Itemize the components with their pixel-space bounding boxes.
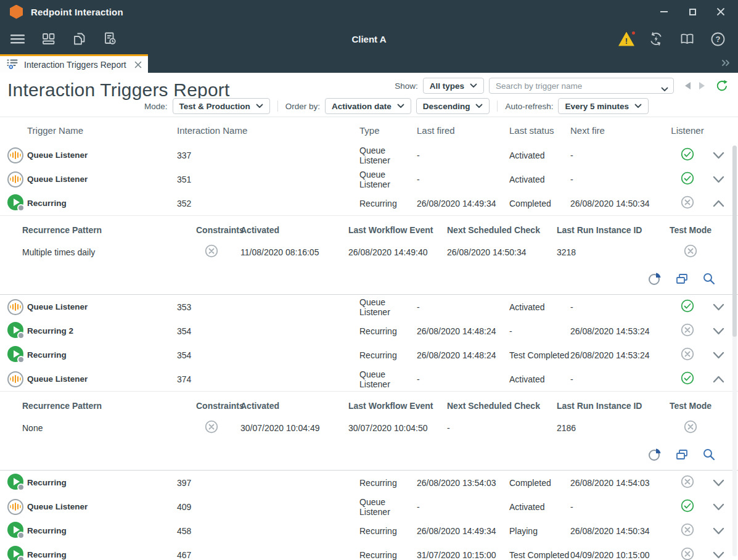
detail-column-last-run-instance-id: Last Run Instance ID: [557, 401, 663, 411]
detail-value-row: None 30/07/2020 10:04:49 30/07/2020 10:0…: [22, 420, 738, 435]
chevron-down-icon: [471, 84, 477, 88]
close-button[interactable]: [716, 7, 726, 17]
mode-dropdown[interactable]: Test & Production: [173, 98, 270, 114]
trigger-type: Queue Listener: [359, 146, 417, 165]
trigger-type-icon: [7, 202, 23, 212]
expand-chevron-icon[interactable]: [713, 327, 724, 335]
forward-arrow-icon[interactable]: [699, 82, 705, 89]
expand-chevron-icon[interactable]: [713, 503, 724, 511]
detail-column-recurrence-pattern: Recurrence Pattern: [22, 401, 196, 411]
column-header-trigger-name: Trigger Name: [27, 125, 177, 136]
scrollbar-thumb[interactable]: [732, 146, 737, 337]
trigger-detail-panel: Recurrence Pattern Constraints Activated…: [0, 391, 738, 471]
magnifier-icon[interactable]: [702, 448, 716, 461]
tab-close-icon[interactable]: [134, 61, 142, 68]
column-header-interaction-name: Interaction Name: [177, 125, 359, 136]
order-by-dropdown[interactable]: Activation date: [325, 98, 411, 114]
show-type-dropdown[interactable]: All types: [423, 78, 484, 94]
magnifier-icon[interactable]: [702, 272, 716, 286]
trigger-type-icon: [7, 500, 23, 510]
search-input[interactable]: [489, 78, 674, 94]
back-arrow-icon[interactable]: [685, 82, 691, 89]
trigger-name: Recurring: [27, 550, 177, 559]
table-row[interactable]: Recurring 2 354 Recurring 26/08/2020 14:…: [0, 319, 738, 343]
divider: [497, 101, 498, 112]
table-row[interactable]: Queue Listener 353 Queue Listener - Acti…: [0, 295, 738, 319]
auto-refresh-dropdown[interactable]: Every 5 minutes: [558, 98, 649, 114]
test-mode-status-icon: [684, 244, 697, 260]
more-tabs-icon[interactable]: [721, 59, 731, 70]
table-row[interactable]: Recurring 352 Recurring 26/08/2020 14:49…: [0, 191, 738, 215]
tab-interaction-triggers-report[interactable]: Interaction Triggers Report: [0, 54, 148, 73]
detail-column-last-run-instance-id: Last Run Instance ID: [557, 225, 663, 235]
maximize-button[interactable]: [687, 7, 697, 17]
table-row[interactable]: Queue Listener 337 Queue Listener - Acti…: [0, 143, 738, 167]
sync-status-icon[interactable]: [647, 30, 665, 48]
interaction-name: 374: [177, 374, 359, 384]
last-status: Test Completed: [509, 350, 570, 360]
documentation-book-icon[interactable]: [678, 30, 696, 48]
trigger-type-icon: [7, 530, 23, 540]
alerts-warning-icon[interactable]: !: [618, 32, 634, 46]
trigger-name: Recurring: [27, 350, 177, 360]
toolbar: Client A ! ?: [0, 23, 738, 54]
table-row[interactable]: Queue Listener 374 Queue Listener - Acti…: [0, 367, 738, 391]
vertical-scrollbar[interactable]: [732, 146, 737, 556]
table-row[interactable]: Queue Listener 351 Queue Listener - Acti…: [0, 167, 738, 191]
expand-chevron-icon[interactable]: [713, 527, 724, 535]
trigger-type: Recurring: [359, 326, 417, 336]
last-status: Activated: [509, 374, 570, 384]
table-row[interactable]: Queue Listener 409 Queue Listener - Acti…: [0, 495, 738, 519]
pie-chart-stats-icon[interactable]: [648, 448, 662, 461]
pie-chart-stats-icon[interactable]: [648, 272, 662, 286]
interaction-name: 337: [177, 150, 359, 160]
trigger-type-icon: [7, 300, 23, 310]
expand-chevron-icon[interactable]: [713, 152, 724, 159]
last-fired: -: [417, 150, 509, 160]
alert-badge: [631, 30, 636, 36]
detail-actions: [22, 260, 738, 289]
listener-status-icon: [681, 323, 694, 339]
detail-column-activated: Activated: [240, 225, 348, 235]
expand-chevron-icon[interactable]: [713, 200, 724, 207]
dashboard-icon[interactable]: [39, 30, 58, 48]
last-fired: 26/08/2020 14:49:34: [417, 526, 509, 536]
table-row[interactable]: Recurring 458 Recurring 26/08/2020 14:49…: [0, 519, 738, 543]
expand-chevron-icon[interactable]: [713, 376, 724, 383]
recurrence-pattern-value: None: [22, 423, 196, 433]
detail-column-next-scheduled-check: Next Scheduled Check: [447, 401, 557, 411]
last-status: Test Completed: [509, 550, 570, 560]
table-row[interactable]: Recurring 397 Recurring 26/08/2020 13:54…: [0, 471, 738, 495]
window-controls: [659, 7, 731, 17]
show-type-value: All types: [430, 81, 464, 91]
search-dropdown-chevron-icon[interactable]: [661, 83, 668, 94]
help-icon[interactable]: ?: [708, 30, 727, 48]
instances-windows-icon[interactable]: [675, 272, 689, 286]
workflows-icon[interactable]: [70, 30, 89, 48]
scheduled-report-icon[interactable]: [101, 30, 120, 48]
trigger-type: Queue Listener: [359, 170, 417, 189]
expand-chevron-icon[interactable]: [713, 176, 724, 183]
expand-chevron-icon[interactable]: [713, 352, 724, 359]
refresh-icon[interactable]: [716, 80, 728, 92]
app-window: Redpoint Interaction Client A: [0, 0, 738, 560]
expand-chevron-icon[interactable]: [713, 551, 724, 559]
instances-windows-icon[interactable]: [675, 448, 689, 461]
last-status: Completed: [509, 199, 570, 208]
table-row[interactable]: Recurring 354 Recurring 26/08/2020 14:48…: [0, 343, 738, 367]
expand-chevron-icon[interactable]: [713, 303, 724, 311]
detail-column-last-workflow-event: Last Workflow Event: [348, 225, 447, 235]
minimize-button[interactable]: [659, 7, 669, 17]
column-header-type: Type: [359, 125, 417, 136]
expand-chevron-icon[interactable]: [713, 479, 724, 487]
order-direction-dropdown[interactable]: Descending: [416, 98, 490, 114]
menu-icon[interactable]: [9, 30, 27, 48]
next-scheduled-check-value: 26/08/2020 14:50:34: [447, 247, 557, 257]
table-row[interactable]: Recurring 467 Recurring 31/07/2020 10:15…: [0, 543, 738, 560]
detail-column-last-workflow-event: Last Workflow Event: [348, 401, 447, 411]
last-workflow-event-value: 30/07/2020 10:04:50: [348, 423, 447, 433]
trigger-type: Recurring: [359, 199, 417, 208]
trigger-name: Recurring: [27, 478, 177, 487]
detail-value-row: Multiple times daily 11/08/2020 08:16:05…: [22, 244, 738, 260]
last-status: Completed: [509, 478, 570, 488]
